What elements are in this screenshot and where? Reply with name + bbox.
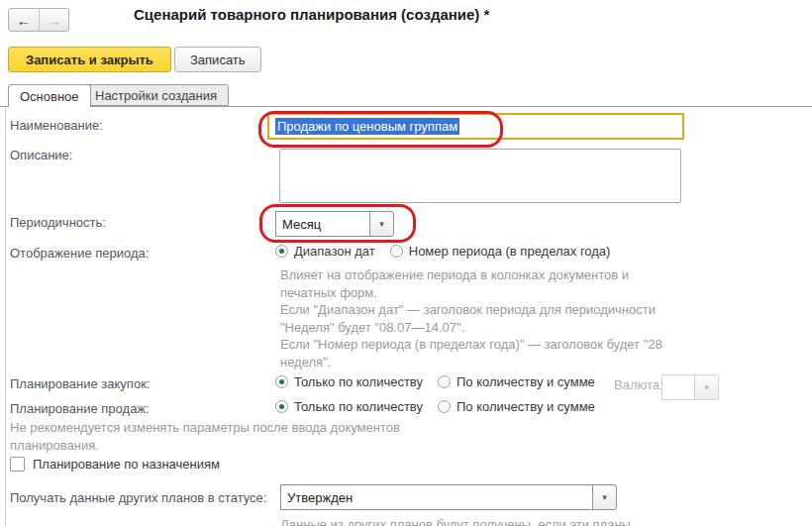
page-title: Сценарий товарного планирования (создани… [134, 6, 489, 23]
currency-combo: ▾ [661, 374, 719, 400]
radio-purchase-qty-only[interactable] [275, 375, 288, 388]
radio-period-number-label[interactable]: Номер периода (в пределах года) [409, 244, 611, 259]
tab-main[interactable]: Основное [8, 84, 91, 107]
status-combo[interactable]: Утвержден ▾ [280, 484, 617, 510]
warning-text: Не рекомендуется изменять параметры посл… [10, 419, 475, 454]
currency-dropdown-button: ▾ [694, 374, 719, 400]
radio-purchase-qty-sum-label[interactable]: По количеству и сумме [457, 374, 595, 389]
pane-left-border [5, 107, 6, 526]
back-arrow-icon: ← [17, 12, 32, 29]
periodicity-dropdown-button[interactable]: ▾ [369, 211, 394, 237]
status-dropdown-button[interactable]: ▾ [592, 484, 617, 510]
period-display-label: Отображение периода: [10, 245, 149, 263]
radio-date-range-label[interactable]: Диапазон дат [294, 244, 375, 259]
description-label: Описание: [10, 147, 72, 164]
sales-planning-radio-group: Только по количеству По количеству и сум… [275, 399, 595, 414]
description-textarea[interactable] [279, 149, 681, 203]
radio-date-range[interactable] [275, 245, 288, 258]
tab-creation-settings[interactable]: Настройки создания [83, 84, 229, 106]
chevron-down-icon: ▾ [602, 492, 607, 502]
radio-sales-qty-sum[interactable] [438, 400, 451, 413]
radio-period-number[interactable] [390, 245, 403, 258]
status-value[interactable]: Утвержден [280, 484, 593, 510]
radio-purchase-qty-only-label[interactable]: Только по количеству [294, 374, 423, 389]
status-label: Получать данные других планов в статусе: [10, 489, 266, 507]
assignment-planning-label[interactable]: Планирование по назначениям [33, 457, 220, 472]
scenario-form-window: ← → Сценарий товарного планирования (соз… [0, 0, 812, 526]
currency-label: Валюта: [614, 377, 663, 392]
tab-underline [0, 106, 812, 107]
period-display-help-text: Влияет на отображение периода в колонках… [280, 266, 751, 370]
chevron-down-icon: ▾ [379, 219, 384, 229]
history-nav-group: ← → [8, 8, 69, 32]
name-input-selected-text: Продажи по ценовым группам [275, 118, 459, 135]
radio-purchase-qty-sum[interactable] [438, 375, 451, 388]
radio-sales-qty-sum-label[interactable]: По количеству и сумме [457, 399, 595, 414]
forward-button[interactable]: → [39, 9, 68, 31]
name-input[interactable]: Продажи по ценовым группам [267, 113, 684, 140]
assignment-planning-checkbox[interactable] [10, 457, 25, 472]
save-button[interactable]: Записать [174, 47, 261, 72]
back-button[interactable]: ← [9, 9, 39, 31]
period-display-radio-group: Диапазон дат Номер периода (в пределах г… [275, 244, 610, 259]
periodicity-value[interactable]: Месяц [275, 211, 370, 237]
assignment-planning-row: Планирование по назначениям [10, 457, 220, 472]
purchase-planning-label: Планирование закупок: [10, 375, 150, 393]
save-and-close-button[interactable]: Записать и закрыть [8, 47, 171, 72]
name-label: Наименование: [10, 117, 103, 135]
radio-sales-qty-only-label[interactable]: Только по количеству [294, 399, 423, 414]
radio-sales-qty-only[interactable] [275, 400, 288, 413]
sales-planning-label: Планирование продаж: [10, 400, 150, 418]
periodicity-combo[interactable]: Месяц ▾ [275, 211, 394, 237]
currency-value [661, 374, 695, 400]
periodicity-label: Периодичность: [10, 214, 106, 232]
status-note-text: Данные из других планов будут получены, … [280, 516, 756, 526]
purchase-planning-radio-group: Только по количеству По количеству и сум… [275, 374, 595, 389]
forward-arrow-icon: → [47, 12, 61, 29]
chevron-down-icon: ▾ [704, 382, 709, 392]
